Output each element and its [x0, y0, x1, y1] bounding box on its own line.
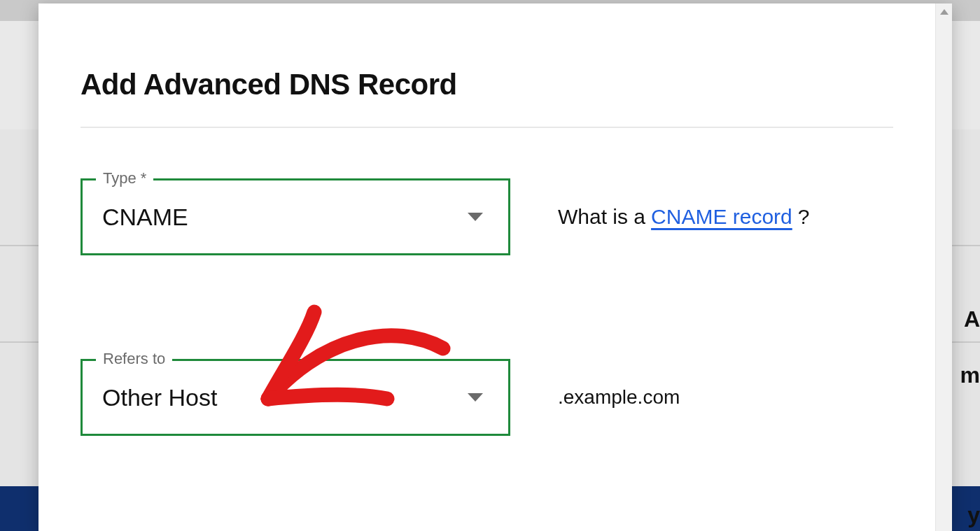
type-field-label: Type *: [96, 169, 153, 187]
bg-truncated-text: A: [964, 308, 980, 330]
chevron-down-icon: [468, 393, 483, 402]
type-select-value: CNAME: [102, 204, 468, 231]
type-select-wrap: Type * CNAME: [80, 178, 510, 255]
title-divider: [80, 127, 893, 128]
refers-to-field-row: Refers to Other Host .example.com: [80, 359, 893, 436]
bg-truncated-text: y: [967, 504, 980, 526]
refers-to-select[interactable]: Other Host: [80, 359, 510, 436]
chevron-down-icon: [468, 213, 483, 221]
modal-title: Add Advanced DNS Record: [80, 68, 893, 101]
refers-to-select-wrap: Refers to Other Host: [80, 359, 510, 436]
bg-truncated-text: m: [960, 364, 980, 386]
refers-to-select-value: Other Host: [102, 384, 468, 411]
help-prefix: What is a: [558, 205, 645, 229]
domain-suffix-text: .example.com: [558, 386, 680, 409]
type-select[interactable]: CNAME: [80, 178, 510, 255]
refers-to-field-label: Refers to: [96, 350, 172, 368]
cname-record-help-link[interactable]: CNAME record: [651, 205, 792, 229]
modal-body: Add Advanced DNS Record Type * CNAME Wha…: [38, 3, 935, 531]
type-help-text: What is a CNAME record ?: [558, 205, 809, 229]
scrollbar-up-arrow-icon[interactable]: [936, 3, 952, 20]
type-field-row: Type * CNAME What is a CNAME record ?: [80, 178, 893, 255]
help-suffix: ?: [798, 205, 810, 229]
modal-scrollbar[interactable]: [935, 3, 952, 531]
add-dns-record-modal: Add Advanced DNS Record Type * CNAME Wha…: [38, 3, 952, 531]
